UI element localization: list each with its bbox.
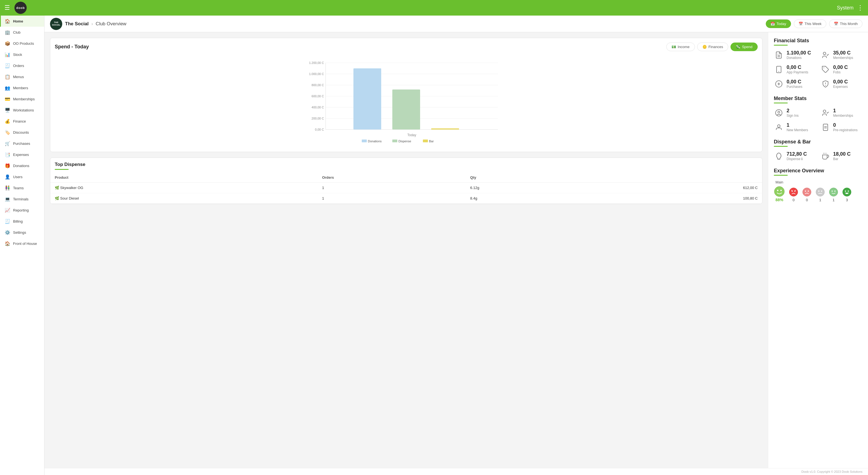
sidebar-item-finance[interactable]: 💰 Finance — [0, 116, 44, 127]
table-row: 🌿 Skywalker OG 1 6.12g 612,00 C — [50, 183, 762, 193]
svg-point-50 — [789, 188, 798, 197]
income-tab[interactable]: 💵 Income — [666, 42, 695, 51]
sidebar-item-billing[interactable]: 🧾 Billing — [0, 216, 44, 227]
sidebar-item-reporting[interactable]: 📈 Reporting — [0, 205, 44, 216]
topbar-menu-dots[interactable]: ⋮ — [857, 4, 864, 12]
sidebar-item-teams[interactable]: 👫 Teams — [0, 182, 44, 194]
table-row: 🌿 Sour Diesel 1 8.4g 100,80 C — [50, 193, 762, 204]
fobs-label: Fobs — [833, 70, 848, 74]
svg-text:600,00 C: 600,00 C — [311, 94, 324, 98]
billing-icon: 🧾 — [5, 218, 10, 224]
stat-bar: 18,00 C Bar — [820, 151, 863, 161]
left-panel: Spend - Today 💵 Income 🪙 Finances — [44, 32, 768, 468]
sidebar-label-discounts: Discounts — [13, 130, 29, 135]
frontofhouse-icon: 🏠 — [5, 241, 10, 246]
bar-chart-svg: 0,00 C 200,00 C 400,00 C 600,00 C 800,00… — [55, 57, 758, 143]
week-icon: 📅 — [799, 22, 803, 26]
sidebar-item-terminals[interactable]: 💻 Terminals — [0, 194, 44, 205]
content-area: THESOCIAL The Social › Club Overview 📅 T… — [44, 16, 868, 475]
finances-tab[interactable]: 🪙 Finances — [697, 42, 728, 51]
svg-text:0,00 C: 0,00 C — [315, 128, 324, 131]
sidebar-item-orders[interactable]: 🧾 Orders — [0, 60, 44, 71]
reporting-icon: 📈 — [5, 207, 10, 213]
sidebar-item-memberships[interactable]: 💳 Memberships — [0, 93, 44, 105]
sidebar-item-products[interactable]: 📦 OO Products — [0, 38, 44, 49]
svg-point-61 — [832, 190, 833, 191]
donations-label: Donations — [786, 56, 811, 60]
sidebar-label-billing: Billing — [13, 219, 23, 224]
sidebar-item-donations[interactable]: 🎁 Donations — [0, 160, 44, 171]
svg-text:Bar: Bar — [429, 140, 434, 143]
chart-tabs: 💵 Income 🪙 Finances 💸 Spend — [666, 42, 758, 51]
sidebar-label-expenses: Expenses — [13, 153, 29, 157]
sidebar-label-workstations: Workstations — [13, 108, 34, 112]
sidebar-item-settings[interactable]: ⚙️ Settings — [0, 227, 44, 238]
donations-value: 1.100,00 C — [786, 50, 811, 56]
sidebar-item-purchases[interactable]: 🛒 Purchases — [0, 138, 44, 149]
financial-stats-title: Financial Stats — [774, 38, 863, 43]
svg-rect-19 — [362, 140, 367, 142]
sidebar: 🏠 Home 🏢 Club 📦 OO Products 📊 Stock 🧾 Or… — [0, 16, 44, 475]
sidebar-label-settings: Settings — [13, 230, 26, 235]
sidebar-label-teams: Teams — [13, 186, 24, 190]
exp-angry-count: 0 — [793, 198, 794, 202]
sidebar-item-frontofhouse[interactable]: 🏠 Front of House — [0, 238, 44, 249]
sidebar-label-purchases: Purchases — [13, 142, 30, 146]
finance-icon: 💰 — [5, 118, 10, 124]
svg-rect-15 — [353, 68, 381, 129]
finances-label: Finances — [709, 45, 723, 49]
sidebar-item-menus[interactable]: 📋 Menus — [0, 71, 44, 82]
svg-rect-17 — [431, 128, 459, 129]
hamburger-menu[interactable]: ☰ — [4, 4, 10, 11]
exp-sad: 0 — [802, 187, 812, 202]
sidebar-item-expenses[interactable]: 📑 Expenses — [0, 149, 44, 160]
memberships-icon: 💳 — [5, 96, 10, 102]
sidebar-item-home[interactable]: 🏠 Home — [0, 16, 44, 27]
purchases-icon: 🛒 — [5, 141, 10, 146]
dispense-bar-title: Dispense & Bar — [774, 139, 863, 145]
sidebar-label-donations: Donations — [13, 164, 29, 168]
today-label: Today — [777, 22, 786, 26]
financial-stats-line — [774, 45, 788, 46]
sidebar-item-members[interactable]: 👥 Members — [0, 82, 44, 93]
pre-registrations-icon — [820, 122, 831, 132]
svg-text:1.200,00 C: 1.200,00 C — [309, 61, 324, 64]
svg-rect-23 — [423, 140, 428, 142]
sidebar-item-club[interactable]: 🏢 Club — [0, 27, 44, 38]
sidebar-label-users: Users — [13, 175, 23, 179]
svg-text:Donations: Donations — [368, 140, 382, 143]
sidebar-label-terminals: Terminals — [13, 197, 29, 201]
this-week-button[interactable]: 📅 This Week — [794, 20, 826, 28]
svg-point-54 — [805, 190, 806, 191]
members-icon: 👥 — [5, 85, 10, 91]
right-panel: Financial Stats 1.100,00 C Donations — [768, 32, 868, 468]
top-dispense-container: Top Dispense Product Orders Qty — [50, 157, 763, 204]
sidebar-label-frontofhouse: Front of House — [13, 241, 37, 246]
svg-text:400,00 C: 400,00 C — [311, 106, 324, 109]
exp-very-happy-count: 3 — [846, 198, 848, 202]
chart-container: Spend - Today 💵 Income 🪙 Finances — [50, 38, 763, 152]
sidebar-label-stock: Stock — [13, 53, 22, 57]
dispense-bar-section: Dispense & Bar 712,80 C Dispense ℹ — [774, 139, 863, 161]
expenses-stat-icon — [820, 79, 831, 89]
club-name: The Social — [65, 21, 89, 27]
sidebar-item-discounts[interactable]: 🏷️ Discounts — [0, 127, 44, 138]
sidebar-label-reporting: Reporting — [13, 208, 29, 212]
sidebar-item-workstations[interactable]: 🖥️ Workstations — [0, 105, 44, 116]
sign-ins-icon — [774, 108, 784, 118]
sidebar-item-stock[interactable]: 📊 Stock — [0, 49, 44, 60]
dispense-table: Product Orders Qty 🌿 Skywalker OG — [50, 173, 762, 204]
exp-pct: 88% — [775, 198, 783, 202]
spend-icon: 💸 — [736, 45, 740, 49]
product-name: 🌿 Skywalker OG — [50, 183, 317, 193]
today-button[interactable]: 📅 Today — [766, 20, 791, 28]
financial-stats-section: Financial Stats 1.100,00 C Donations — [774, 38, 863, 89]
this-month-button[interactable]: 📅 This Month — [829, 20, 863, 28]
new-members-label: New Members — [786, 128, 808, 132]
donations-icon: 🎁 — [5, 163, 10, 169]
fobs-value: 0,00 C — [833, 64, 848, 70]
stat-memberships: 35,00 C Memberships — [820, 50, 863, 60]
sidebar-item-users[interactable]: 👤 Users — [0, 171, 44, 182]
spend-tab[interactable]: 💸 Spend — [731, 42, 758, 51]
purchases-label: Purchases — [786, 85, 802, 89]
